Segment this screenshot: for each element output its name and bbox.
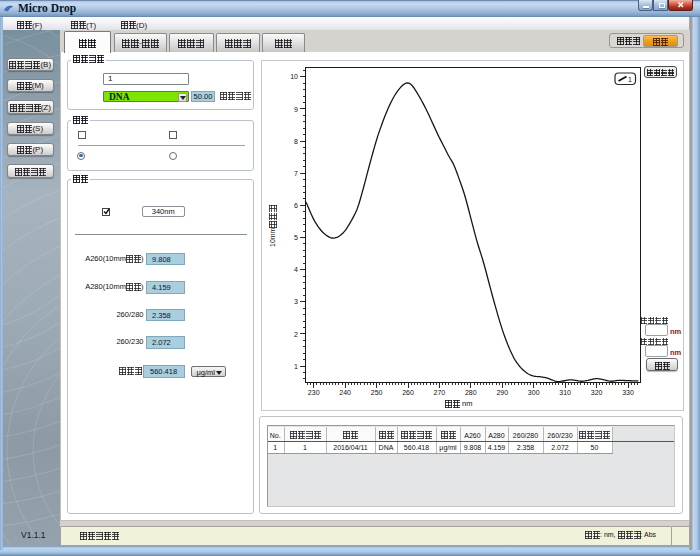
svg-text:240: 240 [339, 389, 351, 396]
svg-text:9: 9 [294, 106, 298, 113]
svg-text:8: 8 [294, 138, 298, 145]
svg-text:4: 4 [294, 266, 298, 273]
svg-text:1: 1 [294, 363, 298, 370]
svg-text:280: 280 [465, 389, 477, 396]
svg-text:10: 10 [290, 73, 298, 80]
svg-text:7: 7 [294, 170, 298, 177]
svg-text:1: 1 [628, 76, 632, 83]
svg-text:320: 320 [591, 389, 603, 396]
svg-text:2: 2 [294, 331, 298, 338]
svg-text:3: 3 [294, 298, 298, 305]
svg-text:290: 290 [496, 389, 508, 396]
svg-text:5: 5 [294, 234, 298, 241]
svg-text:230: 230 [308, 389, 320, 396]
svg-text:260: 260 [402, 389, 414, 396]
svg-text:330: 330 [622, 389, 634, 396]
svg-text:250: 250 [371, 389, 383, 396]
svg-text:270: 270 [434, 389, 446, 396]
svg-text:310: 310 [559, 389, 571, 396]
svg-text:6: 6 [294, 202, 298, 209]
svg-text:300: 300 [528, 389, 540, 396]
